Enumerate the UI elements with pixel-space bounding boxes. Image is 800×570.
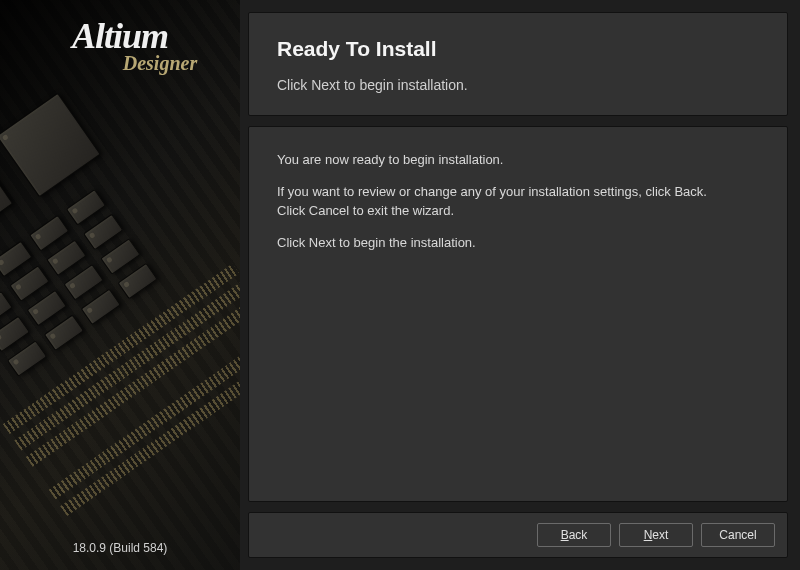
cancel-button[interactable]: Cancel <box>701 523 775 547</box>
header-panel: Ready To Install Click Next to begin ins… <box>248 12 788 116</box>
page-title: Ready To Install <box>277 37 759 61</box>
main-area: Ready To Install Click Next to begin ins… <box>240 0 800 570</box>
version-label: 18.0.9 (Build 584) <box>0 541 240 555</box>
content-panel: You are now ready to begin installation.… <box>248 126 788 502</box>
footer-panel: Back Next Cancel <box>248 512 788 558</box>
next-button[interactable]: Next <box>619 523 693 547</box>
content-line-4: Click Next to begin the installation. <box>277 234 759 253</box>
product-logo: Altium Designer <box>0 18 240 75</box>
page-subtitle: Click Next to begin installation. <box>277 77 759 93</box>
content-line-1: You are now ready to begin installation. <box>277 151 759 170</box>
sidebar-branding-panel: Altium Designer 18.0.9 (Build 584) <box>0 0 240 570</box>
content-line-2: If you want to review or change any of y… <box>277 183 759 221</box>
logo-main-text: Altium <box>0 18 240 54</box>
back-button[interactable]: Back <box>537 523 611 547</box>
